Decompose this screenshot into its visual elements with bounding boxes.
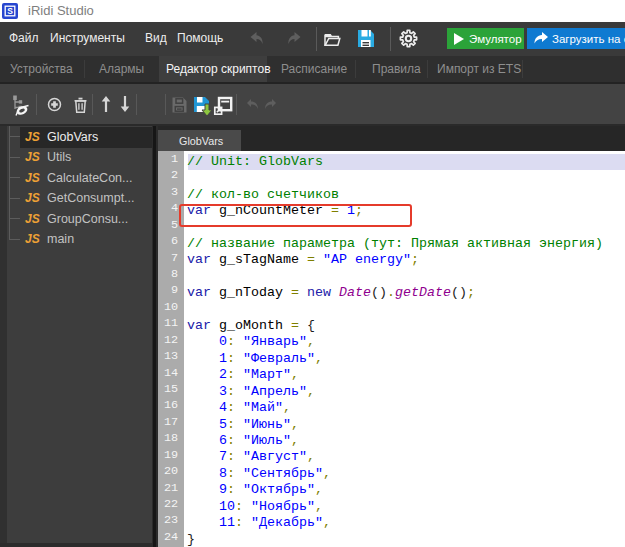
svg-text:S: S: [7, 6, 13, 16]
